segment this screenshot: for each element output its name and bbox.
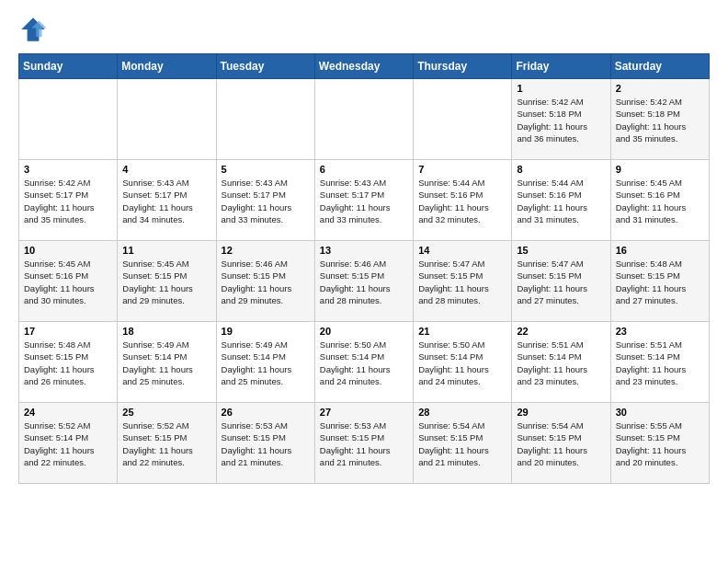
day-cell-12: 12Sunrise: 5:46 AM Sunset: 5:15 PM Dayli… [216, 241, 314, 322]
week-row-2: 3Sunrise: 5:42 AM Sunset: 5:17 PM Daylig… [19, 160, 710, 241]
day-number: 6 [320, 164, 408, 175]
day-number: 23 [616, 326, 704, 337]
logo-icon [18, 15, 48, 44]
day-info: Sunrise: 5:55 AM Sunset: 5:15 PM Dayligh… [616, 419, 704, 468]
day-number: 21 [418, 326, 506, 337]
week-row-1: 1Sunrise: 5:42 AM Sunset: 5:18 PM Daylig… [19, 79, 710, 160]
day-info: Sunrise: 5:45 AM Sunset: 5:16 PM Dayligh… [24, 258, 112, 306]
day-number: 8 [517, 164, 605, 175]
weekday-header-row: SundayMondayTuesdayWednesdayThursdayFrid… [19, 54, 710, 79]
day-info: Sunrise: 5:46 AM Sunset: 5:15 PM Dayligh… [222, 258, 310, 306]
day-cell-4: 4Sunrise: 5:43 AM Sunset: 5:17 PM Daylig… [118, 160, 216, 241]
empty-cell [118, 79, 216, 160]
day-number: 10 [24, 245, 112, 256]
header [18, 15, 710, 44]
day-number: 9 [616, 164, 704, 175]
empty-cell [314, 79, 413, 160]
page: SundayMondayTuesdayWednesdayThursdayFrid… [0, 0, 728, 499]
day-cell-1: 1Sunrise: 5:42 AM Sunset: 5:18 PM Daylig… [512, 79, 610, 160]
day-number: 13 [320, 245, 408, 256]
weekday-header-thursday: Thursday [414, 54, 512, 79]
day-cell-27: 27Sunrise: 5:53 AM Sunset: 5:15 PM Dayli… [314, 403, 413, 484]
day-number: 28 [418, 407, 506, 418]
day-cell-11: 11Sunrise: 5:45 AM Sunset: 5:15 PM Dayli… [118, 241, 216, 322]
day-number: 16 [616, 245, 704, 256]
day-cell-2: 2Sunrise: 5:42 AM Sunset: 5:18 PM Daylig… [610, 79, 709, 160]
week-row-4: 17Sunrise: 5:48 AM Sunset: 5:15 PM Dayli… [19, 322, 710, 403]
day-info: Sunrise: 5:53 AM Sunset: 5:15 PM Dayligh… [320, 419, 408, 468]
day-info: Sunrise: 5:52 AM Sunset: 5:15 PM Dayligh… [122, 419, 210, 468]
day-cell-10: 10Sunrise: 5:45 AM Sunset: 5:16 PM Dayli… [19, 241, 118, 322]
day-info: Sunrise: 5:42 AM Sunset: 5:18 PM Dayligh… [517, 96, 605, 144]
day-number: 19 [222, 326, 310, 337]
day-info: Sunrise: 5:53 AM Sunset: 5:15 PM Dayligh… [222, 419, 310, 468]
day-cell-15: 15Sunrise: 5:47 AM Sunset: 5:15 PM Dayli… [512, 241, 610, 322]
day-info: Sunrise: 5:44 AM Sunset: 5:16 PM Dayligh… [418, 177, 506, 225]
day-number: 20 [320, 326, 408, 337]
day-info: Sunrise: 5:42 AM Sunset: 5:17 PM Dayligh… [24, 177, 112, 225]
day-info: Sunrise: 5:47 AM Sunset: 5:15 PM Dayligh… [517, 258, 605, 306]
day-cell-21: 21Sunrise: 5:50 AM Sunset: 5:14 PM Dayli… [414, 322, 512, 403]
day-number: 14 [418, 245, 506, 256]
day-number: 7 [418, 164, 506, 175]
day-number: 4 [122, 164, 210, 175]
day-cell-28: 28Sunrise: 5:54 AM Sunset: 5:15 PM Dayli… [414, 403, 512, 484]
day-number: 1 [517, 83, 605, 94]
empty-cell [19, 79, 118, 160]
day-cell-25: 25Sunrise: 5:52 AM Sunset: 5:15 PM Dayli… [118, 403, 216, 484]
week-row-5: 24Sunrise: 5:52 AM Sunset: 5:14 PM Dayli… [19, 403, 710, 484]
weekday-header-friday: Friday [512, 54, 610, 79]
day-number: 22 [517, 326, 605, 337]
day-number: 17 [24, 326, 112, 337]
day-info: Sunrise: 5:54 AM Sunset: 5:15 PM Dayligh… [418, 419, 506, 468]
day-number: 5 [222, 164, 310, 175]
day-cell-7: 7Sunrise: 5:44 AM Sunset: 5:16 PM Daylig… [414, 160, 512, 241]
day-info: Sunrise: 5:42 AM Sunset: 5:18 PM Dayligh… [616, 96, 704, 144]
day-info: Sunrise: 5:48 AM Sunset: 5:15 PM Dayligh… [24, 339, 112, 387]
day-number: 30 [616, 407, 704, 418]
day-info: Sunrise: 5:52 AM Sunset: 5:14 PM Dayligh… [24, 419, 112, 468]
day-cell-16: 16Sunrise: 5:48 AM Sunset: 5:15 PM Dayli… [610, 241, 709, 322]
day-number: 3 [24, 164, 112, 175]
day-cell-3: 3Sunrise: 5:42 AM Sunset: 5:17 PM Daylig… [19, 160, 118, 241]
day-cell-23: 23Sunrise: 5:51 AM Sunset: 5:14 PM Dayli… [610, 322, 709, 403]
day-number: 2 [616, 83, 704, 94]
day-info: Sunrise: 5:43 AM Sunset: 5:17 PM Dayligh… [122, 177, 210, 225]
day-cell-9: 9Sunrise: 5:45 AM Sunset: 5:16 PM Daylig… [610, 160, 709, 241]
day-number: 29 [517, 407, 605, 418]
day-info: Sunrise: 5:46 AM Sunset: 5:15 PM Dayligh… [320, 258, 408, 306]
day-number: 18 [122, 326, 210, 337]
day-info: Sunrise: 5:48 AM Sunset: 5:15 PM Dayligh… [616, 258, 704, 306]
week-row-3: 10Sunrise: 5:45 AM Sunset: 5:16 PM Dayli… [19, 241, 710, 322]
day-number: 26 [222, 407, 310, 418]
weekday-header-wednesday: Wednesday [314, 54, 413, 79]
day-cell-24: 24Sunrise: 5:52 AM Sunset: 5:14 PM Dayli… [19, 403, 118, 484]
day-info: Sunrise: 5:45 AM Sunset: 5:15 PM Dayligh… [122, 258, 210, 306]
weekday-header-tuesday: Tuesday [216, 54, 314, 79]
day-number: 27 [320, 407, 408, 418]
day-number: 24 [24, 407, 112, 418]
day-cell-30: 30Sunrise: 5:55 AM Sunset: 5:15 PM Dayli… [610, 403, 709, 484]
day-info: Sunrise: 5:51 AM Sunset: 5:14 PM Dayligh… [616, 339, 704, 387]
day-cell-18: 18Sunrise: 5:49 AM Sunset: 5:14 PM Dayli… [118, 322, 216, 403]
day-cell-20: 20Sunrise: 5:50 AM Sunset: 5:14 PM Dayli… [314, 322, 413, 403]
logo [18, 15, 51, 44]
day-info: Sunrise: 5:43 AM Sunset: 5:17 PM Dayligh… [320, 177, 408, 225]
day-cell-22: 22Sunrise: 5:51 AM Sunset: 5:14 PM Dayli… [512, 322, 610, 403]
empty-cell [216, 79, 314, 160]
weekday-header-sunday: Sunday [19, 54, 118, 79]
day-info: Sunrise: 5:45 AM Sunset: 5:16 PM Dayligh… [616, 177, 704, 225]
day-cell-5: 5Sunrise: 5:43 AM Sunset: 5:17 PM Daylig… [216, 160, 314, 241]
day-cell-13: 13Sunrise: 5:46 AM Sunset: 5:15 PM Dayli… [314, 241, 413, 322]
day-number: 15 [517, 245, 605, 256]
day-info: Sunrise: 5:51 AM Sunset: 5:14 PM Dayligh… [517, 339, 605, 387]
day-cell-8: 8Sunrise: 5:44 AM Sunset: 5:16 PM Daylig… [512, 160, 610, 241]
day-number: 25 [122, 407, 210, 418]
day-cell-19: 19Sunrise: 5:49 AM Sunset: 5:14 PM Dayli… [216, 322, 314, 403]
day-info: Sunrise: 5:50 AM Sunset: 5:14 PM Dayligh… [418, 339, 506, 387]
weekday-header-monday: Monday [118, 54, 216, 79]
day-cell-29: 29Sunrise: 5:54 AM Sunset: 5:15 PM Dayli… [512, 403, 610, 484]
day-info: Sunrise: 5:44 AM Sunset: 5:16 PM Dayligh… [517, 177, 605, 225]
day-info: Sunrise: 5:49 AM Sunset: 5:14 PM Dayligh… [222, 339, 310, 387]
day-number: 12 [222, 245, 310, 256]
